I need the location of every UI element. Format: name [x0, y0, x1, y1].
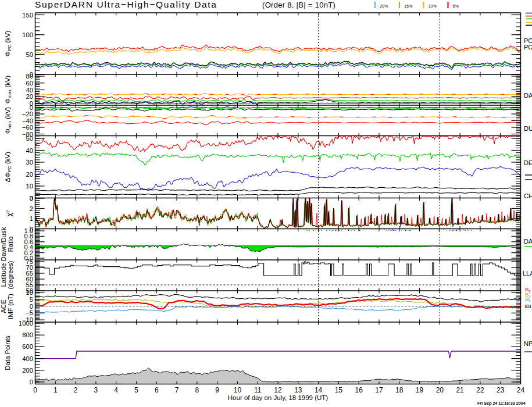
svg-text:10: 10	[26, 289, 33, 296]
svg-text:50: 50	[26, 135, 33, 142]
svg-text:NP: NP	[524, 340, 532, 347]
svg-text:2: 2	[30, 205, 33, 212]
svg-text:DAW: DAW	[524, 238, 532, 245]
svg-text:LLAT: LLAT	[523, 270, 532, 277]
svg-text:4: 4	[114, 386, 118, 394]
svg-text:7: 7	[175, 386, 179, 394]
svg-text:5: 5	[30, 296, 33, 303]
svg-text:10: 10	[234, 386, 242, 394]
svg-text:22: 22	[476, 386, 484, 394]
svg-text:10: 10	[26, 183, 33, 190]
svg-text:40: 40	[26, 147, 33, 154]
svg-text:Fri Sep 24 11:16:33 2004: Fri Sep 24 11:16:33 2004	[477, 401, 526, 406]
svg-text:60: 60	[26, 80, 33, 87]
svg-text:(Order 8, |B| = 10nT): (Order 8, |B| = 10nT)	[262, 1, 335, 9]
svg-text:IBI: IBI	[524, 303, 531, 309]
svg-text:Ratio: Ratio	[7, 237, 14, 252]
svg-text:−60: −60	[22, 124, 33, 131]
svg-text:0: 0	[33, 386, 37, 394]
svg-text:1000: 1000	[19, 320, 33, 327]
svg-text:400: 400	[22, 355, 33, 362]
svg-text:19: 19	[416, 386, 424, 394]
svg-text:16: 16	[355, 386, 363, 394]
svg-text:20%: 20%	[380, 3, 388, 9]
svg-text:11: 11	[254, 386, 262, 394]
svg-text:ACE: ACE	[0, 299, 7, 313]
svg-text:2: 2	[74, 386, 78, 394]
svg-text:−40: −40	[22, 117, 33, 124]
svg-text:1: 1	[30, 215, 33, 222]
svg-text:12: 12	[274, 386, 282, 394]
svg-text:21: 21	[456, 386, 464, 394]
svg-text:150: 150	[22, 12, 33, 19]
svg-text:Φmax (kV): Φmax (kV)	[4, 76, 12, 104]
svg-text:Data Points: Data Points	[4, 335, 11, 370]
svg-text:5: 5	[134, 386, 138, 394]
svg-text:40: 40	[26, 87, 33, 94]
svg-text:100: 100	[22, 31, 33, 38]
svg-text:13: 13	[294, 386, 302, 394]
svg-text:6: 6	[155, 386, 159, 394]
svg-text:SuperDARN Ultra−High−Quality D: SuperDARN Ultra−High−Quality Data	[35, 0, 217, 9]
svg-text:ΦPC (kV): ΦPC (kV)	[4, 31, 12, 57]
svg-text:−20: −20	[22, 110, 33, 117]
svg-text:DUS: DUS	[524, 125, 532, 132]
svg-text:200: 200	[22, 367, 33, 374]
svg-text:80: 80	[26, 73, 33, 80]
svg-text:17: 17	[375, 386, 383, 394]
svg-text:0: 0	[30, 104, 33, 111]
svg-text:15: 15	[335, 386, 343, 394]
svg-text:30: 30	[26, 159, 33, 166]
svg-text:Φmin (kV): Φmin (kV)	[4, 107, 12, 134]
svg-text:3: 3	[30, 195, 33, 202]
svg-text:CHI: CHI	[524, 192, 532, 199]
svg-text:20: 20	[26, 171, 33, 178]
svg-text:23: 23	[497, 386, 505, 394]
svg-text:1.0: 1.0	[24, 227, 33, 234]
svg-text:0: 0	[30, 303, 33, 310]
svg-text:9: 9	[215, 386, 219, 394]
svg-text:1: 1	[53, 386, 58, 394]
svg-text:75: 75	[26, 258, 33, 265]
svg-text:(degrees): (degrees)	[7, 260, 14, 289]
svg-text:18: 18	[395, 386, 404, 394]
svg-text:−5: −5	[26, 309, 33, 316]
svg-text:14: 14	[315, 386, 323, 394]
svg-text:DEL: DEL	[524, 159, 532, 166]
svg-text:Dawn/Dusk: Dawn/Dusk	[0, 227, 7, 261]
svg-text:600: 600	[22, 343, 33, 350]
svg-text:5%: 5%	[453, 3, 459, 9]
svg-text:8: 8	[195, 386, 199, 394]
svg-text:50: 50	[26, 51, 33, 58]
svg-text:800: 800	[22, 331, 33, 338]
svg-text:24: 24	[517, 386, 525, 394]
svg-text:IMF (nT): IMF (nT)	[7, 294, 14, 319]
svg-text:Latitude: Latitude	[0, 263, 7, 287]
svg-text:Hour of day on July, 18 1999 (: Hour of day on July, 18 1999 (UT)	[228, 394, 329, 401]
svg-text:0: 0	[30, 379, 33, 385]
svg-text:20: 20	[436, 386, 444, 394]
svg-text:DAW: DAW	[524, 92, 532, 99]
svg-text:20: 20	[26, 93, 33, 100]
svg-text:10%: 10%	[429, 3, 437, 9]
svg-text:POT: POT	[524, 44, 532, 51]
svg-text:15%: 15%	[404, 3, 413, 9]
svg-text:3: 3	[94, 386, 98, 394]
